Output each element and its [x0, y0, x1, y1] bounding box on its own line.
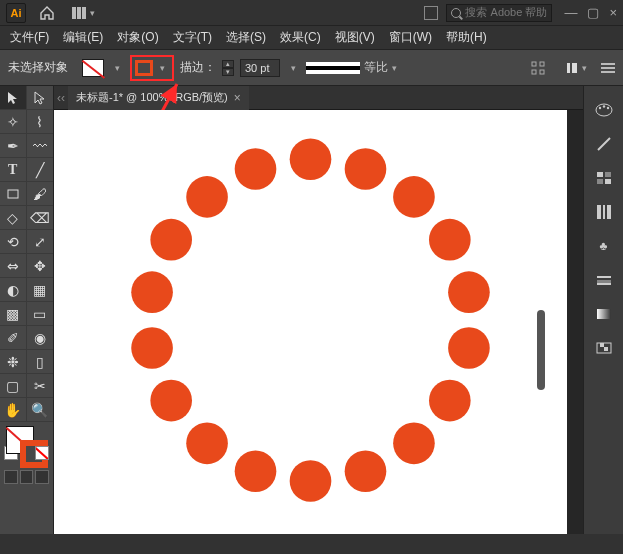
artwork-dot	[150, 219, 192, 261]
transparency-panel-icon[interactable]	[594, 338, 614, 358]
tab-close-icon[interactable]: ×	[234, 91, 241, 105]
window-restore-button[interactable]: ▢	[587, 5, 599, 20]
artwork-dot	[448, 271, 490, 313]
width-tool[interactable]: ⇔	[0, 254, 27, 278]
brush-profile[interactable]: 等比 ▾	[306, 59, 397, 76]
artwork-dot	[345, 148, 387, 190]
color-mode-none[interactable]	[35, 446, 49, 460]
svg-rect-5	[570, 63, 572, 73]
rectangle-tool[interactable]	[0, 182, 27, 206]
slice-tool[interactable]: ✂	[27, 374, 54, 398]
svg-rect-0	[532, 62, 536, 66]
menu-type[interactable]: 文字(T)	[173, 29, 212, 46]
stroke-dropdown[interactable]: ▾	[155, 59, 169, 77]
help-search-placeholder: 搜索 Adobe 帮助	[465, 5, 547, 20]
svg-point-9	[598, 107, 600, 109]
menu-select[interactable]: 选择(S)	[226, 29, 266, 46]
artboard[interactable]	[54, 110, 567, 534]
gradient-panel-icon[interactable]	[594, 304, 614, 324]
document-tab[interactable]: 未标题-1* @ 100% (RGB/预览) ×	[68, 86, 249, 110]
artboard-tool[interactable]: ▢	[0, 374, 27, 398]
help-search[interactable]: 搜索 Adobe 帮助	[446, 4, 552, 22]
window-minimize-button[interactable]: —	[564, 5, 577, 20]
blend-tool[interactable]: ◉	[27, 326, 54, 350]
home-button[interactable]	[36, 3, 58, 23]
brush-profile-label: 等比	[364, 59, 388, 76]
menu-file[interactable]: 文件(F)	[10, 29, 49, 46]
direct-selection-tool[interactable]	[27, 86, 54, 110]
svg-rect-17	[603, 205, 605, 219]
document-tab-bar: ‹‹ 未标题-1* @ 100% (RGB/预览) ×	[54, 86, 583, 110]
menu-window[interactable]: 窗口(W)	[389, 29, 432, 46]
svg-rect-16	[597, 205, 601, 219]
hand-tool[interactable]: ✋	[0, 398, 27, 422]
stroke-weight-dropdown[interactable]: ▾	[286, 59, 300, 77]
menu-view[interactable]: 视图(V)	[335, 29, 375, 46]
chevron-down-icon: ▾	[90, 8, 95, 18]
svg-rect-3	[540, 70, 544, 74]
document-setup-icon[interactable]	[424, 6, 438, 20]
magic-wand-tool[interactable]: ✧	[0, 110, 27, 134]
selection-tool[interactable]	[0, 86, 27, 110]
artwork-dot	[448, 327, 490, 369]
type-tool[interactable]: T	[0, 158, 27, 182]
svg-rect-18	[607, 205, 611, 219]
curvature-tool[interactable]: 〰	[27, 134, 54, 158]
artwork-dot	[186, 423, 228, 465]
line-segment-tool[interactable]: ╱	[27, 158, 54, 182]
swatches-panel-icon[interactable]	[594, 168, 614, 188]
symbol-sprayer-tool[interactable]: ❉	[0, 350, 27, 374]
artwork-ring-of-dots	[54, 110, 567, 534]
eyedropper-tool[interactable]: ✐	[0, 326, 27, 350]
svg-rect-12	[597, 172, 603, 177]
toolbox: ✧ ⌇ ✒ 〰 T ╱ 🖌 ◇ ⌫ ⟲ ⤢ ⇔ ✥ ◐ ▦ ▩ ▭ ✐ ◉ ❉ …	[0, 86, 54, 534]
svg-rect-25	[604, 347, 608, 351]
control-menu-icon[interactable]	[601, 63, 615, 73]
menu-object[interactable]: 对象(O)	[117, 29, 158, 46]
artwork-dot	[290, 138, 332, 180]
free-transform-tool[interactable]: ✥	[27, 254, 54, 278]
vertical-scrollbar[interactable]	[537, 310, 545, 390]
column-graph-tool[interactable]: ▯	[27, 350, 54, 374]
menu-bar: 文件(F) 编辑(E) 对象(O) 文字(T) 选择(S) 效果(C) 视图(V…	[0, 26, 623, 50]
preferences-button[interactable]: ▾	[565, 61, 587, 75]
menu-edit[interactable]: 编辑(E)	[63, 29, 103, 46]
color-panel-icon[interactable]	[594, 100, 614, 120]
shaper-tool[interactable]: ◇	[0, 206, 27, 230]
document-title: 未标题-1* @ 100% (RGB/预览)	[76, 90, 228, 105]
artwork-dot	[131, 271, 173, 313]
stroke-panel-icon[interactable]	[594, 270, 614, 290]
arrange-documents-button[interactable]: ▾	[72, 7, 95, 19]
paintbrush-tool[interactable]: 🖌	[27, 182, 54, 206]
svg-rect-13	[605, 172, 611, 177]
menu-effect[interactable]: 效果(C)	[280, 29, 321, 46]
window-close-button[interactable]: ×	[609, 5, 617, 20]
fill-swatch[interactable]	[82, 59, 104, 77]
artwork-dot	[290, 460, 332, 502]
rotate-tool[interactable]: ⟲	[0, 230, 27, 254]
symbols-panel-icon[interactable]: ♣	[594, 236, 614, 256]
svg-rect-22	[597, 309, 611, 319]
pen-tool[interactable]: ✒	[0, 134, 27, 158]
shape-builder-tool[interactable]: ◐	[0, 278, 27, 302]
stroke-label: 描边：	[180, 59, 216, 76]
color-guide-panel-icon[interactable]	[594, 134, 614, 154]
lasso-tool[interactable]: ⌇	[27, 110, 54, 134]
scale-tool[interactable]: ⤢	[27, 230, 54, 254]
gradient-tool[interactable]: ▭	[27, 302, 54, 326]
perspective-grid-tool[interactable]: ▦	[27, 278, 54, 302]
artwork-dot	[150, 380, 192, 422]
svg-rect-2	[532, 70, 536, 74]
artwork-dot	[429, 219, 471, 261]
align-panel-icon[interactable]	[531, 61, 545, 75]
fill-dropdown[interactable]: ▾	[110, 59, 124, 77]
brushes-panel-icon[interactable]	[594, 202, 614, 222]
stroke-weight-spinner[interactable]: ▴▾	[222, 60, 234, 76]
mesh-tool[interactable]: ▩	[0, 302, 27, 326]
tab-scroll-left[interactable]: ‹‹	[54, 91, 68, 105]
eraser-tool[interactable]: ⌫	[27, 206, 54, 230]
zoom-tool[interactable]: 🔍	[27, 398, 54, 422]
menu-help[interactable]: 帮助(H)	[446, 29, 487, 46]
stroke-weight-input[interactable]: 30 pt	[240, 59, 280, 77]
stroke-swatch[interactable]	[135, 60, 153, 76]
